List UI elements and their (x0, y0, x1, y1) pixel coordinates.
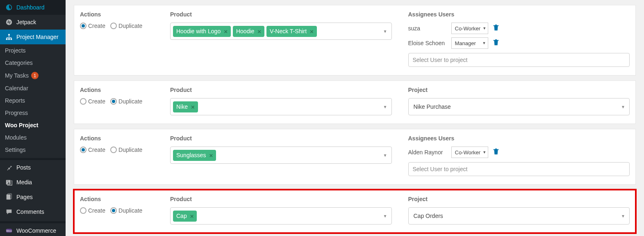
create-radio[interactable] (80, 207, 86, 214)
sitemap-icon (5, 33, 13, 41)
actions-label: Actions (80, 87, 154, 93)
duplicate-radio-label: Duplicate (118, 23, 142, 29)
sidebar-label: Dashboard (16, 4, 45, 11)
create-radio-label: Create (88, 23, 105, 29)
sidebar-item-project-manager[interactable]: Project Manager (0, 30, 66, 44)
sidebar-sub-categories[interactable]: Categories (0, 57, 66, 69)
chevron-down-icon: ▼ (621, 214, 625, 218)
svg-rect-5 (6, 180, 11, 185)
sidebar-item-pages[interactable]: Pages (0, 190, 66, 204)
sidebar-sub-calendar[interactable]: Calendar (0, 82, 66, 94)
delete-assignee-icon[interactable] (492, 39, 500, 48)
product-label: Product (170, 87, 392, 93)
remove-tag-icon[interactable]: × (310, 28, 314, 35)
sidebar-label: Posts (16, 164, 31, 171)
config-row: Actions Create Duplicate Product Sunglas… (74, 129, 636, 185)
pin-icon (5, 163, 13, 172)
sidebar-sub-my-tasks[interactable]: My Tasks1 (0, 69, 66, 82)
product-tag: Hoodie× (233, 26, 264, 37)
sidebar-item-jetpack[interactable]: Jetpack (0, 15, 66, 30)
media-icon (5, 178, 13, 186)
remove-tag-icon[interactable]: × (257, 28, 261, 35)
sidebar-sub-reports[interactable]: Reports (0, 94, 66, 107)
sidebar-item-posts[interactable]: Posts (0, 160, 66, 175)
assignee-name: suza (408, 25, 447, 32)
assignee-row: Alden Raynor Co-Worker▼ (408, 147, 630, 158)
chevron-down-icon: ▼ (383, 214, 387, 218)
project-label: Project (408, 196, 630, 202)
sidebar-sub-projects[interactable]: Projects (0, 44, 66, 57)
create-radio-label: Create (88, 98, 105, 105)
duplicate-radio[interactable] (110, 98, 117, 105)
role-select[interactable]: Co-Worker▼ (451, 147, 489, 158)
chevron-down-icon: ▼ (383, 153, 387, 158)
product-select[interactable]: Cap×▼ (170, 207, 392, 225)
role-select[interactable]: Co-Worker▼ (451, 23, 489, 34)
product-select[interactable]: Hoodie with Logo×Hoodie×V-Neck T-Shirt×▼ (170, 23, 392, 40)
product-tag: Nike× (173, 101, 198, 112)
select-user-input[interactable]: Select User to project (408, 53, 630, 67)
product-tag: V-Neck T-Shirt× (266, 26, 317, 37)
create-radio[interactable] (80, 98, 86, 105)
product-select[interactable]: Nike×▼ (170, 98, 392, 115)
sidebar-label: Media (16, 179, 32, 186)
sidebar-sub-progress[interactable]: Progress (0, 107, 66, 119)
sidebar-label: Jetpack (16, 19, 36, 25)
duplicate-radio[interactable] (110, 23, 117, 29)
dashboard-icon (5, 3, 13, 11)
project-select[interactable]: Cap Orders▼ (408, 207, 630, 225)
assignees-label: Assignees Users (408, 135, 630, 142)
svg-rect-3 (8, 39, 10, 40)
product-tag: Sunglasses× (173, 150, 216, 161)
admin-sidebar: Dashboard Jetpack Project Manager Projec… (0, 0, 66, 236)
duplicate-radio[interactable] (110, 207, 117, 214)
dropdown-arrow-icon: ▼ (482, 150, 486, 154)
select-user-input[interactable]: Select User to project (408, 162, 630, 176)
remove-tag-icon[interactable]: × (209, 152, 213, 159)
sidebar-item-woocommerce[interactable]: Woo WooCommerce (0, 223, 66, 236)
chevron-down-icon: ▼ (383, 105, 387, 109)
duplicate-radio-label: Duplicate (118, 207, 142, 214)
main-content: Actions Create Duplicate Product Hoodie … (66, 0, 644, 236)
task-count-badge: 1 (31, 72, 39, 79)
assignee-row: Eloise Schoen Manager▼ (408, 37, 630, 49)
remove-tag-icon[interactable]: × (224, 28, 228, 35)
create-radio-label: Create (88, 147, 105, 153)
create-radio[interactable] (80, 23, 86, 29)
svg-rect-2 (6, 39, 8, 40)
sidebar-sub-modules[interactable]: Modules (0, 131, 66, 144)
product-tag: Hoodie with Logo× (173, 26, 231, 37)
product-select[interactable]: Sunglasses×▼ (170, 147, 392, 164)
duplicate-radio-label: Duplicate (118, 98, 142, 105)
svg-rect-1 (8, 34, 10, 36)
sidebar-sub-settings[interactable]: Settings (0, 144, 66, 156)
product-label: Product (170, 11, 392, 18)
sidebar-item-media[interactable]: Media (0, 175, 66, 190)
product-label: Product (170, 196, 392, 202)
config-row: Actions Create Duplicate Product Nike×▼P… (74, 80, 636, 124)
duplicate-radio-label: Duplicate (118, 147, 142, 153)
config-row: Actions Create Duplicate Product Cap×▼Pr… (74, 190, 636, 233)
assignee-row: suza Co-Worker▼ (408, 23, 630, 34)
sidebar-item-comments[interactable]: Comments (0, 204, 66, 219)
assignee-name: Eloise Schoen (408, 40, 447, 46)
config-row: Actions Create Duplicate Product Hoodie … (74, 5, 636, 76)
pages-icon (5, 193, 13, 201)
dropdown-arrow-icon: ▼ (482, 26, 486, 30)
assignees-label: Assignees Users (408, 11, 630, 18)
remove-tag-icon[interactable]: × (191, 103, 195, 110)
create-radio[interactable] (80, 147, 86, 153)
duplicate-radio[interactable] (110, 147, 117, 153)
woocommerce-icon: Woo (5, 227, 13, 235)
delete-assignee-icon[interactable] (492, 24, 500, 33)
create-radio-label: Create (88, 207, 105, 214)
assignee-name: Alden Raynor (408, 149, 447, 156)
project-select[interactable]: Nike Purchase▼ (408, 98, 630, 115)
remove-tag-icon[interactable]: × (190, 213, 194, 220)
sidebar-item-dashboard[interactable]: Dashboard (0, 0, 66, 15)
dropdown-arrow-icon: ▼ (482, 41, 486, 45)
svg-rect-4 (11, 39, 12, 40)
role-select[interactable]: Manager▼ (451, 37, 488, 49)
sidebar-sub-woo-project[interactable]: Woo Project (0, 119, 66, 131)
delete-assignee-icon[interactable] (492, 148, 500, 157)
